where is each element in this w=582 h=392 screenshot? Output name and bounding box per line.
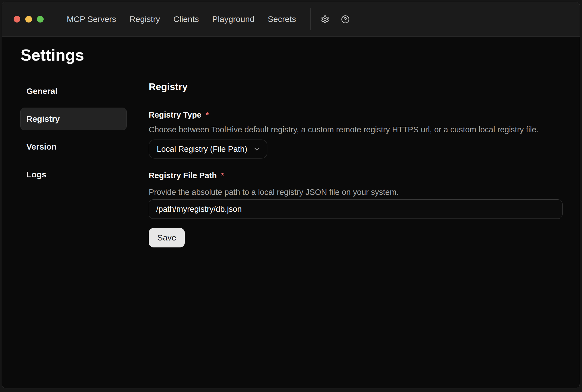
settings-gear-icon[interactable]: [320, 14, 330, 24]
registry-type-label-row: Registry Type *: [149, 110, 563, 119]
zoom-window-button[interactable]: [37, 16, 44, 23]
settings-sidebar: General Registry Version Logs: [20, 80, 127, 191]
top-nav: MCP Servers Registry Clients Playground …: [67, 14, 296, 24]
registry-settings-panel: Registry Registry Type * Choose between …: [149, 81, 563, 247]
minimize-window-button[interactable]: [25, 16, 32, 23]
page-title: Settings: [21, 45, 84, 65]
registry-type-selected-value: Local Registry (File Path): [157, 145, 247, 154]
help-icon[interactable]: [340, 14, 350, 24]
nav-item-mcp-servers[interactable]: MCP Servers: [67, 14, 116, 24]
close-window-button[interactable]: [14, 16, 20, 23]
required-marker: *: [221, 171, 224, 180]
sidebar-item-logs[interactable]: Logs: [20, 163, 127, 186]
chevron-down-icon: [253, 145, 261, 153]
registry-file-path-description: Provide the absolute path to a local reg…: [149, 188, 563, 197]
window-controls: [14, 16, 44, 23]
nav-item-registry[interactable]: Registry: [130, 14, 160, 24]
registry-type-label: Registry Type: [149, 110, 202, 119]
topbar-icon-group: [320, 14, 350, 24]
registry-type-select[interactable]: Local Registry (File Path): [149, 140, 267, 158]
required-marker: *: [206, 110, 209, 119]
sidebar-item-version[interactable]: Version: [20, 135, 127, 158]
nav-item-secrets[interactable]: Secrets: [268, 14, 296, 24]
section-heading: Registry: [149, 81, 563, 93]
save-button[interactable]: Save: [149, 228, 185, 247]
sidebar-item-registry[interactable]: Registry: [20, 108, 127, 130]
nav-item-clients[interactable]: Clients: [173, 14, 199, 24]
registry-file-path-input[interactable]: [149, 199, 563, 219]
topbar-divider: [310, 8, 311, 30]
sidebar-item-general[interactable]: General: [20, 80, 127, 102]
registry-file-path-label: Registry File Path: [149, 171, 217, 180]
registry-file-path-label-row: Registry File Path *: [149, 171, 563, 180]
title-bar: MCP Servers Registry Clients Playground …: [2, 2, 580, 37]
nav-item-playground[interactable]: Playground: [212, 14, 255, 24]
registry-type-description: Choose between ToolHive default registry…: [149, 125, 563, 134]
app-window: MCP Servers Registry Clients Playground …: [2, 2, 580, 388]
